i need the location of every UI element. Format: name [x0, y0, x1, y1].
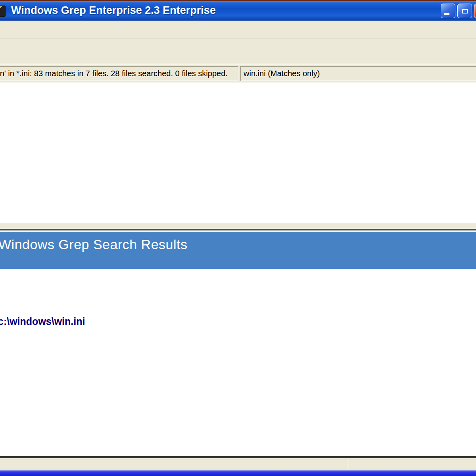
results-banner-title: Windows Grep Search Results — [0, 237, 476, 252]
title-bar: Windows Grep Enterprise 2.3 Enterprise ✕ — [0, 0, 476, 21]
window-title: Windows Grep Enterprise 2.3 Enterprise — [11, 4, 216, 17]
window-controls: ✕ — [441, 4, 476, 18]
search-summary-panel: 'win' in *.ini: 83 matches in 7 files. 2… — [0, 66, 238, 81]
search-status-row: 'win' in *.ini: 83 matches in 7 files. 2… — [0, 65, 476, 83]
result-file-header: c:\windows\win.ini — [0, 316, 85, 327]
minimize-button[interactable] — [441, 4, 455, 18]
results-banner: Windows Grep Search Results — [0, 232, 476, 269]
file-list-header — [0, 83, 476, 96]
window-bottom-border — [0, 470, 476, 476]
status-panel-right — [348, 459, 476, 469]
maximize-button[interactable] — [457, 4, 472, 18]
windows-grep-window: Windows Grep Enterprise 2.3 Enterprise ✕… — [0, 0, 476, 476]
app-icon — [0, 6, 6, 17]
maximize-icon — [462, 9, 468, 13]
status-panel-left — [0, 459, 346, 469]
search-summary-text: 'win' in *.ini: 83 matches in 7 files. 2… — [0, 69, 228, 78]
file-list — [0, 96, 476, 223]
results-pane: c:\windows\win.ini — [0, 269, 476, 456]
menu-bar — [0, 21, 476, 38]
close-button[interactable]: ✕ — [474, 4, 476, 18]
current-file-text: win.ini (Matches only) — [244, 69, 320, 78]
toolbar — [0, 38, 476, 65]
bottom-status-bar — [0, 458, 476, 470]
current-file-panel: win.ini (Matches only) — [240, 66, 476, 81]
minimize-icon — [444, 13, 449, 15]
pane-splitter[interactable] — [0, 223, 476, 232]
